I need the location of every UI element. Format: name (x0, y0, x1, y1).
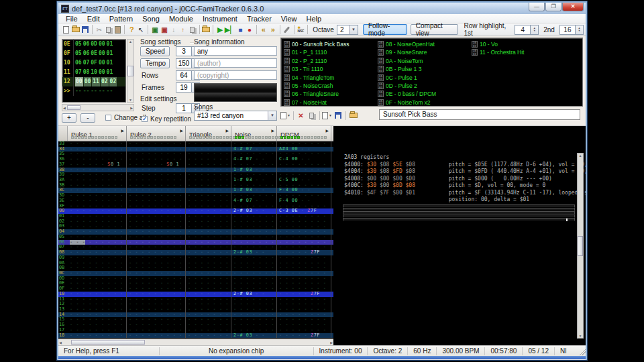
pattern-cell[interactable]: 1-# 03 - - (231, 188, 277, 193)
pattern-cell[interactable]: - - - - - - - - - (127, 328, 186, 333)
pattern-cell[interactable]: - - - - - - - (186, 235, 231, 240)
pattern-cell[interactable]: - - - - - - - (231, 312, 277, 318)
pattern-cell[interactable]: - - - - - - - (231, 240, 277, 245)
pattern-cell[interactable]: - - - - - - - (186, 204, 231, 209)
menu-view[interactable]: View (276, 14, 302, 23)
pattern-cell[interactable]: - - - - - - - (186, 271, 231, 276)
key-repetition-checkbox[interactable]: ✓ Key repetition (142, 115, 191, 123)
pattern-cell[interactable]: - - - - - - - - - (68, 188, 127, 193)
frame-value[interactable]: 08 (83, 68, 90, 77)
pattern-cell[interactable]: - - - - - - - - - (127, 147, 186, 152)
channel-header-pulse-1[interactable]: Pulse 1▶ (68, 126, 127, 141)
pattern-cell[interactable]: - - - - - - - (231, 281, 277, 286)
play-from-start-button[interactable]: ▶▏ (225, 25, 235, 35)
scroll-right-icon[interactable]: ▶ (330, 341, 333, 345)
instrument-item[interactable]: 2A 0303 - Tri 1110 (284, 65, 323, 73)
pattern-cell[interactable]: - - - - - - - - - (127, 229, 186, 235)
pattern-cell[interactable]: - - - - - - - - - (68, 297, 127, 302)
pattern-cell[interactable]: - - - - - - - - - (127, 141, 186, 147)
pattern-cell[interactable]: - - - - - - - - (277, 225, 331, 230)
copy-button[interactable] (104, 25, 113, 35)
channel-header-dpcm[interactable]: DPCM▶ (277, 126, 331, 141)
pattern-cell[interactable]: - - - - - - - - - (127, 157, 186, 162)
pattern-cell[interactable]: 2-# 03 - - (231, 333, 277, 339)
pattern-horizontal-scrollbar[interactable]: ◀ ▶ (58, 339, 333, 345)
pattern-cell[interactable]: - - - - - - - (186, 183, 231, 188)
pattern-cell[interactable]: - - - - - - - (186, 297, 231, 302)
pattern-cell[interactable]: - - - - - - - - - (127, 168, 186, 173)
frame-value[interactable]: 00 (75, 77, 83, 86)
pattern-cell[interactable]: - - - - - - - (186, 307, 231, 312)
pattern-cell[interactable]: - - - - - - - (186, 276, 231, 282)
move-up-button[interactable]: ↑ (178, 25, 188, 35)
pattern-cell[interactable]: - - - - - - - - - (127, 204, 186, 209)
pattern-row[interactable]: 03- - - - - - - - -- - - - - - - - -- - … (58, 225, 333, 230)
cut-button[interactable]: ✂ (95, 25, 104, 35)
scroll-thumb[interactable] (127, 66, 133, 76)
frame-value[interactable]: 01 (107, 49, 113, 58)
clone-instrument-button[interactable] (307, 111, 317, 121)
title-bar[interactable]: FT def_test7.0cc [#13 red canyon] - j0CC… (58, 3, 586, 14)
pattern-cell[interactable]: - - - - - - - (231, 235, 277, 240)
pattern-cell[interactable]: - - - - - - - - - (68, 286, 127, 292)
pattern-row[interactable]: 15- - - - - - - - -- - - - - - - - -- - … (58, 317, 333, 322)
pattern-cell[interactable]: C-3 0E - Z7F (277, 208, 331, 214)
pattern-cell[interactable]: - - - - - - - - (277, 255, 331, 261)
pattern-cell[interactable]: - - - - - - - - - (68, 271, 127, 276)
instrument-item[interactable]: 2A 0305 - NoiseCrash (284, 82, 333, 90)
pattern-row[interactable]: 3A- - - - - - - - -- - - - - - - - -- - … (58, 178, 333, 183)
pattern-row[interactable]: 04- - - - - - - - -- - - - - - - - -- - … (58, 229, 333, 235)
pattern-cell[interactable]: - - - - - - - - (277, 193, 331, 198)
pattern-cell[interactable]: - - - - - - - - (277, 240, 331, 245)
pattern-cell[interactable]: - - - - - - - - (277, 245, 331, 250)
pattern-row[interactable]: 33- - - - - - - - -- - - - - - - - -- - … (58, 141, 333, 147)
pattern-cell[interactable]: - - - - - - - - - (68, 292, 127, 297)
pattern-cell[interactable]: - - - - - - - - - (68, 152, 127, 157)
frame-value[interactable]: 0F (91, 58, 97, 68)
pattern-cell[interactable]: - - - - - - - (231, 271, 277, 276)
pattern-cell[interactable]: - - - - - - - (231, 276, 277, 282)
pattern-cell[interactable]: - - - - - - - (231, 225, 277, 230)
frame-row[interactable]: 120000110202 (62, 77, 125, 86)
songs-select[interactable]: #13 red canyon ▼ (194, 111, 277, 121)
pattern-cell[interactable]: - - - - - - - (186, 322, 231, 328)
pattern-cell[interactable]: - - - - - - - - - (127, 152, 186, 157)
pattern-row[interactable]: 3F- - - - - - - - -- - - - - - - - -- - … (58, 204, 333, 209)
checkbox-icon[interactable] (105, 115, 111, 121)
pattern-cell[interactable]: - - - - - - - - - (68, 328, 127, 333)
pattern-cell[interactable]: - - - - - - - - - (68, 208, 127, 214)
pattern-cell[interactable]: - - - - - - - - (277, 183, 331, 188)
pattern-row[interactable]: 37- - - - - - S0 1- - - - - - S0 1- - - … (58, 162, 333, 168)
frame-value[interactable]: 05 (75, 40, 82, 49)
instrument-list[interactable]: 2A 0300 - Sunsoft Pick Bass2A 0301 - P_1… (280, 38, 583, 107)
frame-value[interactable]: -- (75, 86, 82, 96)
instrument-item[interactable]: 2A 0307 - NoiseHat (284, 99, 327, 107)
pattern-cell[interactable]: - - - - - - - (186, 172, 231, 178)
pattern-cell[interactable]: - - - - - - - - (277, 162, 331, 168)
pattern-cell[interactable]: - - - - - - - - - (68, 204, 127, 209)
pattern-row[interactable]: 0D- - - - - - - - -- - - - - - - - -- - … (58, 276, 333, 282)
pattern-row[interactable]: 3E- - - - - - - - -- - - - - - - - -- - … (58, 198, 333, 204)
pattern-row[interactable]: 36- - - - - - - - -- - - - - - - - -- - … (58, 157, 333, 162)
pattern-cell[interactable]: - - - - - - - - (277, 276, 331, 282)
play-button[interactable]: ▶ (215, 25, 225, 35)
octave-select[interactable]: 2 ▼ (337, 25, 358, 35)
pattern-cell[interactable]: - - - - - - - - - (127, 193, 186, 198)
frame-row[interactable]: 0F05060E0001 (62, 49, 125, 58)
pattern-cell[interactable]: F-4 00 - - (277, 198, 331, 204)
pattern-cell[interactable]: - - - - - - - - (277, 265, 331, 271)
pattern-cell[interactable]: - - - - - - - - - (68, 172, 127, 178)
menu-song[interactable]: Song (138, 14, 164, 23)
frame-value[interactable]: -- (83, 86, 90, 96)
song-author-field[interactable]: (author) (194, 58, 277, 68)
pattern-cell[interactable]: - - - - - - - - (277, 214, 331, 219)
pattern-cell[interactable]: - - - - - - - (186, 162, 231, 168)
frame-value[interactable]: 11 (92, 77, 100, 86)
pattern-cell[interactable]: - - - - - - - (231, 286, 277, 292)
instrument-item[interactable]: 2A 030A - NoiseTom (378, 57, 423, 65)
frame-value[interactable]: -- (99, 86, 105, 96)
pattern-cell[interactable]: - - - - - - - - - (68, 229, 127, 235)
pattern-cell[interactable]: - - - - - - - - (277, 141, 331, 147)
pattern-cell[interactable]: - - - - - - - - - (68, 157, 127, 162)
load-instrument-button[interactable]: ▼ (322, 111, 332, 121)
